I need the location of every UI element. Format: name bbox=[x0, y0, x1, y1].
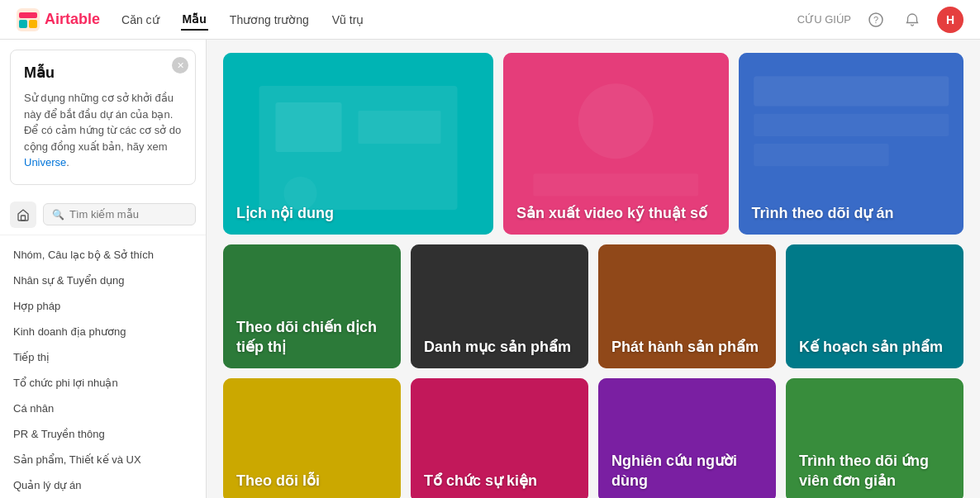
sidebar-list: Nhóm, Câu lạc bộ & Sở thích Nhân sự & Tu… bbox=[0, 235, 206, 499]
home-icon bbox=[17, 208, 30, 221]
airtable-logo-icon bbox=[17, 8, 40, 31]
sidebar-item-6[interactable]: Cá nhân bbox=[0, 396, 206, 421]
card-label-trinh-theo-doi-du-an: Trình theo dõi dự án bbox=[739, 192, 907, 235]
svg-rect-6 bbox=[21, 216, 26, 221]
close-info-card-button[interactable]: ✕ bbox=[172, 57, 188, 74]
card-danh-muc-san-pham[interactable]: Danh mục sản phẩm bbox=[411, 244, 588, 368]
svg-rect-2 bbox=[19, 20, 27, 28]
search-icon: 🔍 bbox=[52, 209, 64, 221]
universe-link[interactable]: Universe bbox=[24, 156, 66, 168]
card-label-san-xuat-video: Sản xuất video kỹ thuật số bbox=[503, 192, 721, 235]
svg-text:?: ? bbox=[873, 15, 878, 25]
card-theo-doi-chien-dich[interactable]: Theo dõi chiến dịch tiếp thị bbox=[223, 244, 401, 368]
nav-mau[interactable]: Mẫu bbox=[181, 9, 208, 31]
card-phat-hanh-san-pham[interactable]: Phát hành sản phẩm bbox=[598, 244, 776, 368]
sidebar-info-text: Sử dụng những cơ sở khởi đầu này để bắt … bbox=[24, 90, 182, 171]
content-area: Lịch nội dung Sản xuất video kỹ thuật số… bbox=[207, 40, 980, 498]
home-button[interactable] bbox=[10, 202, 36, 228]
sidebar-item-0[interactable]: Nhóm, Câu lạc bộ & Sở thích bbox=[0, 242, 206, 268]
logo[interactable]: Airtable bbox=[17, 8, 100, 31]
svg-rect-14 bbox=[754, 114, 949, 136]
card-trinh-theo-doi-du-an[interactable]: Trình theo dõi dự án bbox=[739, 53, 964, 235]
sidebar-item-4[interactable]: Tiếp thị bbox=[0, 344, 206, 370]
card-label-nghien-cuu: Nghiên cứu người dùng bbox=[598, 440, 776, 498]
sidebar-item-7[interactable]: PR & Truyền thông bbox=[0, 421, 206, 447]
card-label-su-kien: Tổ chức sự kiện bbox=[411, 460, 550, 498]
question-icon: ? bbox=[868, 12, 883, 27]
help-link[interactable]: CỨU GIÚP bbox=[797, 13, 851, 26]
sidebar-item-9[interactable]: Quản lý dự án bbox=[0, 472, 206, 498]
sidebar-item-2[interactable]: Hợp pháp bbox=[0, 293, 206, 319]
bell-icon bbox=[905, 12, 920, 27]
sidebar-item-3[interactable]: Kinh doanh địa phương bbox=[0, 319, 206, 344]
logo-text: Airtable bbox=[45, 11, 100, 28]
card-label-loi: Theo dõi lỗi bbox=[223, 460, 333, 498]
svg-rect-1 bbox=[19, 12, 37, 18]
card-label-danh-muc: Danh mục sản phẩm bbox=[411, 326, 584, 368]
svg-rect-9 bbox=[359, 111, 441, 144]
card-nghien-cuu-nguoi-dung[interactable]: Nghiên cứu người dùng bbox=[598, 378, 776, 498]
search-input[interactable] bbox=[69, 208, 187, 221]
user-avatar[interactable]: H bbox=[937, 7, 963, 33]
card-theo-doi-loi[interactable]: Theo dõi lỗi bbox=[223, 378, 401, 498]
svg-rect-15 bbox=[754, 144, 888, 166]
svg-rect-13 bbox=[754, 76, 949, 106]
header-right: CỨU GIÚP ? H bbox=[797, 7, 963, 33]
card-trinh-theo-doi-ung-vien[interactable]: Trình theo dõi ứng viên đơn giản bbox=[786, 378, 963, 498]
notifications-icon-btn[interactable] bbox=[901, 8, 924, 31]
sidebar-controls: 🔍 bbox=[0, 195, 206, 235]
nav-can-cu[interactable]: Căn cứ bbox=[120, 10, 161, 30]
card-label-ung-vien: Trình theo dõi ứng viên đơn giản bbox=[786, 440, 963, 498]
sidebar-item-5[interactable]: Tổ chức phi lợi nhuận bbox=[0, 370, 206, 396]
main-nav: Căn cứ Mẫu Thương trường Vũ trụ bbox=[120, 9, 365, 31]
sidebar: ✕ Mẫu Sử dụng những cơ sở khởi đầu này đ… bbox=[0, 40, 207, 498]
card-label-phat-hanh: Phát hành sản phẩm bbox=[598, 326, 772, 368]
sidebar-info-title: Mẫu bbox=[24, 64, 182, 82]
help-icon-btn[interactable]: ? bbox=[864, 8, 887, 31]
card-label-ke-hoach: Kế hoạch sản phẩm bbox=[786, 326, 956, 368]
search-box: 🔍 bbox=[43, 203, 196, 225]
card-san-xuat-video[interactable]: Sản xuất video kỹ thuật số bbox=[503, 53, 729, 235]
main-layout: ✕ Mẫu Sử dụng những cơ sở khởi đầu này đ… bbox=[0, 40, 980, 498]
sidebar-info-card: ✕ Mẫu Sử dụng những cơ sở khởi đầu này đ… bbox=[10, 50, 196, 185]
svg-rect-3 bbox=[29, 20, 37, 28]
card-lich-noi-dung[interactable]: Lịch nội dung bbox=[223, 53, 493, 235]
card-ke-hoach-san-pham[interactable]: Kế hoạch sản phẩm bbox=[786, 244, 963, 368]
header: Airtable Căn cứ Mẫu Thương trường Vũ trụ… bbox=[0, 0, 980, 40]
card-label-lich-noi-dung: Lịch nội dung bbox=[223, 192, 347, 235]
sidebar-item-1[interactable]: Nhân sự & Tuyển dụng bbox=[0, 268, 206, 293]
svg-point-11 bbox=[578, 83, 654, 159]
nav-vu-tru[interactable]: Vũ trụ bbox=[331, 10, 366, 30]
card-to-chuc-su-kien[interactable]: Tổ chức sự kiện bbox=[411, 378, 588, 498]
svg-rect-8 bbox=[276, 102, 342, 152]
card-label-chien-dich: Theo dõi chiến dịch tiếp thị bbox=[223, 306, 401, 368]
sidebar-item-8[interactable]: Sản phẩm, Thiết kế và UX bbox=[0, 447, 206, 472]
nav-thuong-truong[interactable]: Thương trường bbox=[228, 10, 311, 30]
